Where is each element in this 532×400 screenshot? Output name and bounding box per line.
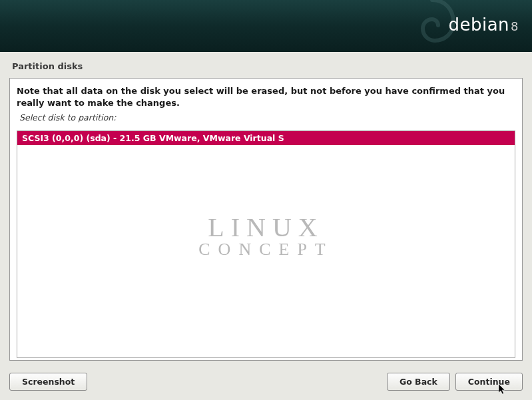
- instruction-label: Select disk to partition:: [10, 112, 522, 126]
- brand-logo: debian8: [448, 15, 519, 35]
- content-panel: Note that all data on the disk you selec…: [9, 78, 523, 361]
- brand-name: debian: [448, 15, 509, 35]
- page-title: Partition disks: [0, 52, 532, 78]
- watermark-line1: LINUX: [198, 214, 333, 241]
- screenshot-button[interactable]: Screenshot: [9, 373, 87, 391]
- go-back-button[interactable]: Go Back: [387, 373, 450, 391]
- brand-version: 8: [511, 19, 519, 33]
- installer-header: debian8: [0, 0, 532, 52]
- continue-button[interactable]: Continue: [455, 373, 523, 391]
- watermark-line2: CONCEPT: [198, 241, 333, 258]
- button-bar: Screenshot Go Back Continue: [9, 373, 523, 391]
- watermark: LINUX CONCEPT: [198, 214, 333, 258]
- disk-selection-list[interactable]: SCSI3 (0,0,0) (sda) - 21.5 GB VMware, VM…: [17, 130, 515, 358]
- disk-item[interactable]: SCSI3 (0,0,0) (sda) - 21.5 GB VMware, VM…: [17, 131, 515, 145]
- nav-button-group: Go Back Continue: [387, 373, 523, 391]
- warning-message: Note that all data on the disk you selec…: [10, 79, 522, 112]
